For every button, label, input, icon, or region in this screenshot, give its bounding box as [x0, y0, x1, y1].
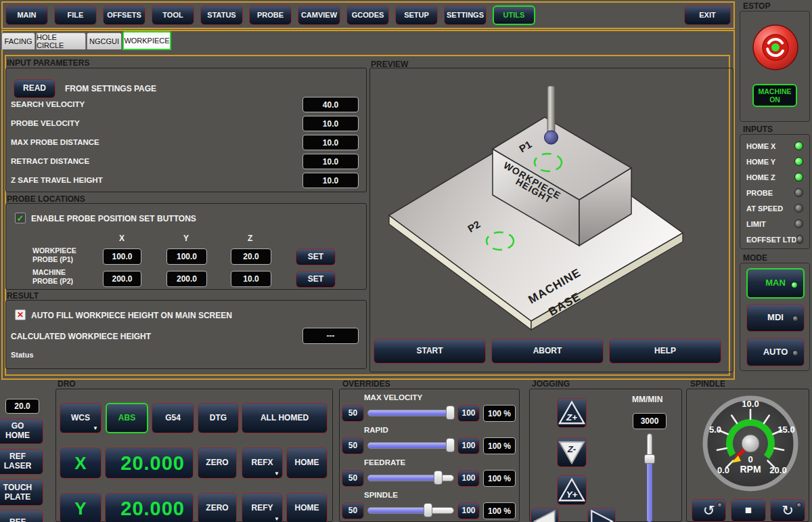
slider-handle[interactable]	[446, 438, 455, 452]
help-button[interactable]: HELP	[609, 339, 721, 364]
tick-label-5: 5.0	[709, 425, 721, 435]
menu-utils[interactable]: UTILS	[493, 5, 535, 25]
p1-y-field[interactable]: 100.0	[166, 248, 207, 265]
slider-handle[interactable]	[424, 503, 432, 517]
p2-row-label2: PROBE (P2)	[32, 277, 73, 285]
btn-line: GO	[12, 422, 24, 431]
spindle-ccw-button[interactable]: ↺	[692, 499, 726, 522]
z-safe-height-field[interactable]: 10.0	[302, 173, 359, 188]
input-label: HOME X	[746, 142, 775, 150]
jog-z-minus-button[interactable]: Z-	[557, 437, 587, 467]
p1-x-field[interactable]: 100.0	[103, 248, 141, 265]
menu-tool[interactable]: TOOL	[152, 5, 194, 25]
exit-button[interactable]: EXIT	[684, 5, 731, 25]
spindle-stop-button[interactable]: ■	[731, 499, 766, 522]
field-label: Z SAFE TRAVEL HEIGHT	[11, 176, 103, 184]
search-velocity-field[interactable]: 40.0	[302, 97, 359, 112]
read-caption: FROM SETTINGS PAGE	[65, 84, 156, 93]
x-home-button[interactable]: HOME	[286, 448, 328, 479]
spindle-min-button[interactable]: 50	[342, 502, 364, 519]
y-zero-button[interactable]: ZERO	[198, 493, 237, 522]
feedrate-label: FEEDRATE	[364, 458, 405, 466]
jog-x-plus-button[interactable]	[587, 508, 616, 522]
menu-status[interactable]: STATUS	[200, 5, 243, 25]
tab-ngcgui[interactable]: NGCGUI	[87, 32, 122, 49]
jog-rate-value[interactable]: 3000	[633, 413, 667, 429]
input-label: EOFFSET LTD	[746, 236, 796, 244]
g54-button[interactable]: G54	[152, 403, 194, 433]
menu-main[interactable]: MAIN	[5, 5, 48, 25]
retract-distance-field[interactable]: 10.0	[302, 154, 359, 169]
spindle-cw-button[interactable]: ↻	[770, 499, 805, 522]
probe-velocity-field[interactable]: 10.0	[302, 116, 359, 131]
y-home-button[interactable]: HOME	[286, 493, 328, 522]
enable-set-buttons-checkbox[interactable]: ✓	[15, 213, 26, 223]
jog-rate-slider[interactable]	[644, 433, 655, 522]
field-label: PROBE VELOCITY	[11, 119, 80, 127]
tab-workpiece[interactable]: WORKPIECE	[122, 31, 171, 50]
tab-facing[interactable]: FACING	[1, 32, 35, 49]
mode-mdi-button[interactable]: MDI	[746, 304, 805, 332]
abs-button[interactable]: ABS	[106, 403, 148, 433]
slider-handle[interactable]	[644, 454, 655, 464]
menu-offsets[interactable]: OFFSETS	[103, 5, 145, 25]
jog-x-minus-button[interactable]	[531, 508, 559, 522]
feedrate-min-button[interactable]: 50	[342, 470, 364, 487]
p2-set-button[interactable]: SET	[296, 271, 336, 288]
max-velocity-min-button[interactable]: 50	[342, 405, 364, 422]
start-button[interactable]: START	[374, 339, 486, 364]
slider-handle[interactable]	[446, 406, 455, 420]
estop-button[interactable]	[751, 23, 800, 72]
all-homed-button[interactable]: ALL HOMED	[242, 403, 328, 433]
rapid-min-button[interactable]: 50	[342, 437, 364, 454]
dtg-button[interactable]: DTG	[198, 403, 239, 433]
machine-on-button[interactable]: MACHINE ON	[752, 84, 797, 107]
rapid-slider[interactable]	[367, 442, 454, 449]
refx-button[interactable]: REFX ▼	[242, 448, 283, 479]
max-probe-distance-field[interactable]: 10.0	[302, 135, 359, 150]
p1-set-button[interactable]: SET	[296, 248, 336, 265]
tab-hole-circle[interactable]: HOLE CIRCLE	[36, 32, 86, 49]
rapid-max-button[interactable]: 100	[457, 437, 480, 454]
ref-button[interactable]: REF	[0, 510, 43, 522]
read-button[interactable]: READ	[14, 79, 55, 98]
p2-z-field[interactable]: 10.0	[231, 271, 271, 287]
mode-man-button[interactable]: MAN	[746, 268, 805, 299]
menu-probe[interactable]: PROBE	[249, 5, 292, 25]
gauge-unit: RPM	[740, 464, 761, 475]
menu-setup[interactable]: SETUP	[395, 5, 438, 25]
spindle-slider[interactable]	[367, 507, 454, 514]
p2-x-field[interactable]: 200.0	[103, 271, 141, 287]
menu-gcodes[interactable]: GCODES	[346, 5, 389, 25]
max-velocity-slider[interactable]	[367, 410, 454, 416]
jog-y-plus-button[interactable]: Y+	[557, 475, 587, 505]
p2-y-field[interactable]: 200.0	[166, 271, 207, 287]
max-velocity-max-button[interactable]: 100	[457, 405, 480, 422]
refy-button[interactable]: REFY ▼	[242, 493, 283, 522]
menu-camview[interactable]: CAMVIEW	[298, 5, 340, 25]
p1-z-field[interactable]: 20.0	[231, 248, 271, 265]
wcs-button[interactable]: WCS ▼	[60, 403, 102, 433]
autofill-checkbox[interactable]: ✕	[15, 309, 26, 320]
spindle-cw-led	[796, 502, 802, 508]
field-label: RETRACT DISTANCE	[11, 157, 89, 165]
touch-plate-button[interactable]: TOUCH PLATE	[0, 479, 43, 506]
abort-button[interactable]: ABORT	[491, 339, 604, 364]
result-title: RESULT	[7, 291, 39, 301]
feedrate-pct: 100 %	[483, 470, 516, 487]
jog-z-plus-button[interactable]: Z+	[557, 398, 587, 428]
menu-settings[interactable]: SETTINGS	[444, 5, 487, 25]
p2-row-label: MACHINE	[32, 268, 66, 276]
calc-height-value: ---	[302, 328, 359, 344]
slider-handle[interactable]	[434, 471, 443, 485]
feedrate-slider[interactable]	[367, 475, 454, 481]
menu-file[interactable]: FILE	[54, 5, 97, 25]
x-zero-button[interactable]: ZERO	[198, 448, 237, 479]
feedrate-max-button[interactable]: 100	[457, 470, 480, 487]
estop-title: ESTOP	[743, 1, 770, 11]
go-home-button[interactable]: GO HOME	[0, 418, 43, 444]
estop-status-dot	[771, 43, 780, 51]
mode-auto-button[interactable]: AUTO	[746, 338, 805, 366]
ref-laser-button[interactable]: REF LASER	[0, 449, 43, 475]
spindle-max-button[interactable]: 100	[457, 502, 480, 519]
